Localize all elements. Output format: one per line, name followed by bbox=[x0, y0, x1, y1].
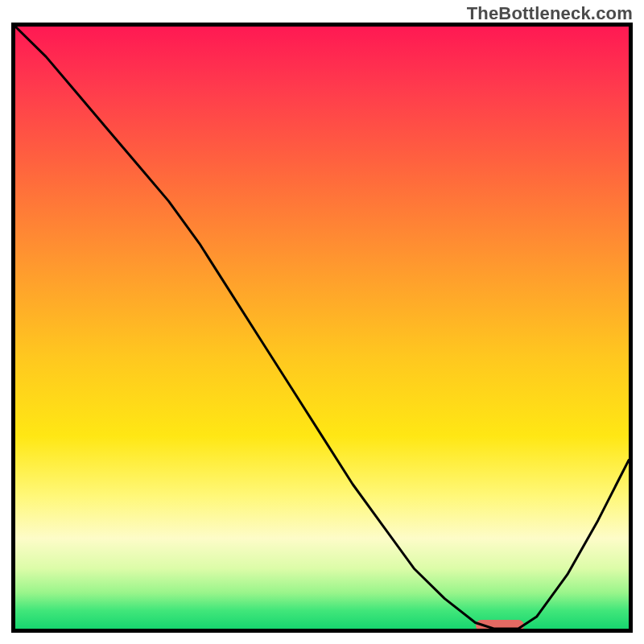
watermark-label: TheBottleneck.com bbox=[467, 3, 633, 24]
chart-frame: TheBottleneck.com bbox=[0, 0, 644, 644]
plot-area bbox=[11, 23, 633, 633]
bottleneck-curve bbox=[15, 27, 629, 629]
